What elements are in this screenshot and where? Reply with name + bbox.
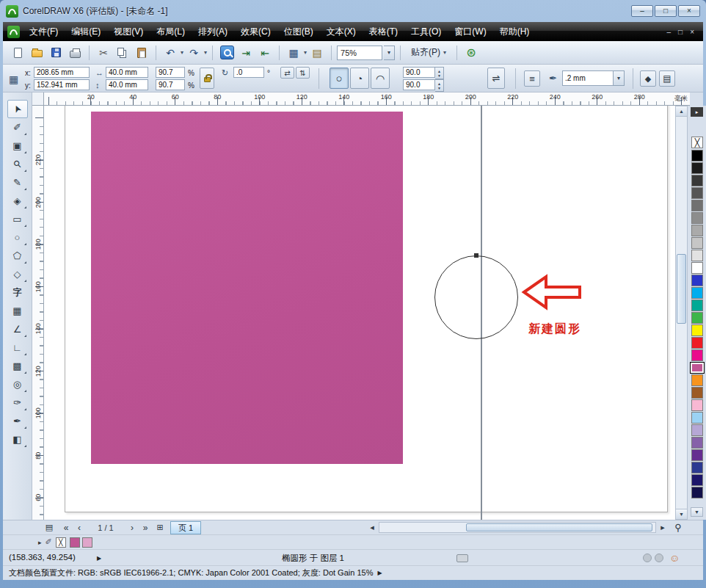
copy-button[interactable] [114,44,131,62]
lock-ratio-button[interactable] [200,68,214,89]
scroll-up-button[interactable]: ▲ [676,106,687,117]
minimize-button[interactable]: – [631,5,653,17]
page-tab[interactable]: 页 1 [170,521,201,534]
pie-mode-button[interactable]: ◔ [350,68,369,89]
rotation-angle-field[interactable]: .0 [233,67,264,78]
color-swatch[interactable] [691,449,703,461]
outline-width-dropdown-icon[interactable]: ▾ [614,70,625,86]
color-swatch[interactable] [691,424,703,436]
paste-button[interactable] [133,44,150,62]
color-swatch[interactable] [691,150,703,161]
add-page-button[interactable]: ⊞ [154,521,166,534]
y-position-field[interactable]: 152.941 mm [34,79,90,90]
scroll-down-button[interactable]: ▼ [676,509,687,519]
convert-to-curves-button[interactable]: ◆ [640,70,656,87]
color-swatch[interactable] [691,175,703,186]
palette-options-button[interactable]: ▸ [691,107,703,117]
color-swatch[interactable] [691,262,703,274]
menu-text[interactable]: 文本(X) [320,22,363,41]
maximize-button[interactable]: □ [655,5,677,17]
welcome-screen-button[interactable]: ▤ [308,44,326,62]
vertical-ruler[interactable]: 2202001801601401201008060 [32,106,44,520]
connector-tool[interactable]: ∟ [7,338,28,357]
pink-rectangle-object[interactable] [91,112,403,464]
rectangle-tool[interactable]: ▭ [7,210,28,228]
horizontal-ruler[interactable]: 20406080100120140160180200220240260280 毫… [44,92,690,106]
redo-button[interactable]: ↷ [185,44,203,62]
doc-minimize-button[interactable]: – [667,28,672,36]
no-color-swatch[interactable]: ╳ [691,137,703,148]
x-position-field[interactable]: 208.65 mm [34,67,90,78]
menu-window[interactable]: 窗口(W) [448,22,492,41]
undo-dropdown-icon[interactable]: ▾ [181,49,183,56]
object-height-field[interactable]: 40.0 mm [106,79,148,90]
menu-arrange[interactable]: 排列(A) [192,22,234,41]
color-swatch[interactable] [691,162,703,174]
table-tool[interactable]: ▦ [7,302,28,320]
document-palette-flyout-icon[interactable]: ▸ [38,539,42,546]
color-swatch[interactable] [691,337,703,349]
menu-file[interactable]: 文件(F) [23,22,65,41]
redo-dropdown-icon[interactable]: ▾ [204,49,207,56]
color-swatch[interactable] [691,462,703,473]
menu-bitmaps[interactable]: 位图(B) [277,22,320,41]
crop-tool[interactable]: ▣ [7,137,28,155]
options-button[interactable]: ⊛ [462,44,480,62]
color-swatch[interactable] [691,300,703,311]
menu-tools[interactable]: 工具(O) [404,22,448,41]
color-swatch[interactable] [690,362,705,374]
new-document-button[interactable] [9,44,26,62]
page-sorter-icon[interactable]: ▤ [43,521,56,534]
color-swatch[interactable] [691,374,703,386]
scale-x-field[interactable]: 90.7 [156,67,185,78]
contour-tool[interactable]: ◎ [7,375,28,393]
color-swatch[interactable] [691,312,703,324]
fill-tool[interactable]: ◧ [7,430,28,449]
status-flyout-icon[interactable]: ▶ [97,555,101,562]
color-swatch[interactable] [691,250,703,261]
horizontal-scrollbar[interactable] [379,522,656,533]
menu-view[interactable]: 视图(V) [107,22,150,41]
doc-no-color-swatch[interactable]: ╳ [56,537,66,548]
menu-edit[interactable]: 编辑(E) [65,22,107,41]
color-swatch[interactable] [691,387,703,399]
color-swatch[interactable] [691,412,703,424]
previous-page-button[interactable]: ‹ [73,521,85,534]
scale-y-field[interactable]: 90.7 [156,79,185,90]
import-button[interactable]: ⇥ [237,44,255,62]
ruler-origin[interactable] [32,92,44,106]
color-swatch[interactable] [691,474,703,486]
coreldraw-logo-icon[interactable] [7,26,20,38]
wrap-text-button[interactable]: ≡ [524,70,540,87]
mirror-horizontal-button[interactable]: ⇄ [280,67,294,79]
change-direction-button[interactable]: ⇌ [487,68,505,89]
arc-start-spinner[interactable]: ▲▼ [435,67,444,79]
freehand-tool[interactable]: ✎ [7,173,28,192]
color-swatch[interactable] [691,212,703,224]
first-page-button[interactable]: « [60,521,72,534]
color-swatch[interactable] [691,200,703,211]
snap-to-dropdown[interactable]: 贴齐(P) ▾ [406,45,451,61]
vertical-scrollbar[interactable]: ▲ ▼ [675,106,688,520]
circle-top-node[interactable] [474,253,478,258]
navigator-icon[interactable]: ⚲ [671,521,685,534]
color-swatch[interactable] [691,349,703,361]
ellipse-mode-button[interactable]: ○ [330,68,349,89]
horizontal-scrollbar-thumb[interactable] [466,523,652,531]
color-swatch[interactable] [691,487,703,498]
basic-shapes-tool[interactable]: ◇ [7,265,28,283]
color-swatch[interactable] [691,437,703,449]
vertical-scrollbar-thumb[interactable] [677,254,686,324]
hscroll-right-button[interactable]: ▸ [658,521,668,534]
application-launcher-button[interactable]: ▦ [285,44,302,62]
color-swatch[interactable] [691,187,703,199]
circle-object[interactable] [434,255,518,339]
profile-flyout-icon[interactable]: ▶ [377,570,382,576]
menu-help[interactable]: 帮助(H) [493,22,536,41]
last-page-button[interactable]: » [139,521,151,534]
color-swatch[interactable] [691,237,703,249]
arc-end-spinner[interactable]: ▲▼ [435,79,444,92]
arc-start-angle-field[interactable]: 90.0 [403,67,435,78]
arc-mode-button[interactable]: ◠ [371,68,390,89]
membership-icon[interactable]: ☺ [669,553,680,563]
